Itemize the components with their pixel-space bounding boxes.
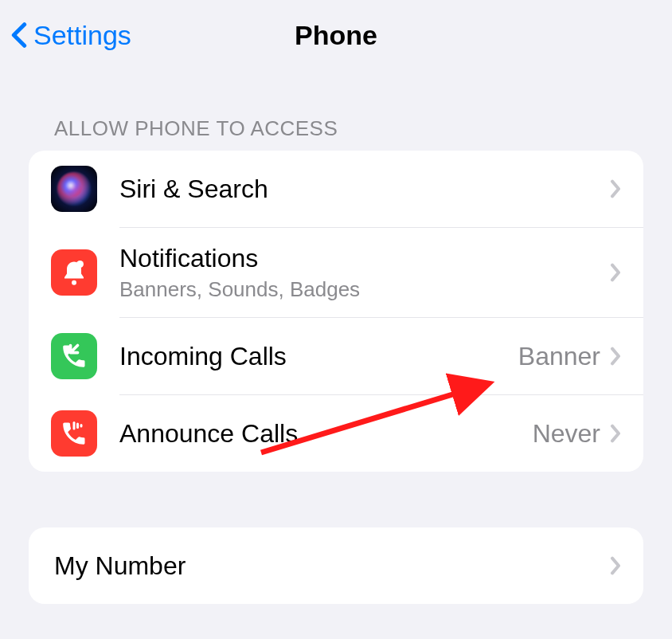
siri-icon [51,166,97,212]
section-header: ALLOW PHONE TO ACCESS [29,116,643,141]
notifications-icon [51,249,97,296]
row-label: Incoming Calls [119,341,518,371]
row-my-number[interactable]: My Number [29,527,643,604]
row-label: My Number [54,551,610,581]
settings-group: Siri & Search Notifications Banners, Sou… [29,151,643,472]
back-button[interactable]: Settings [10,19,131,51]
announce-calls-icon [51,410,97,457]
chevron-right-icon [610,424,621,443]
chevron-right-icon [610,556,621,575]
chevron-right-icon [610,263,621,282]
row-label: Siri & Search [119,174,610,204]
section-my-number: My Number [29,527,643,604]
row-incoming-calls[interactable]: Incoming Calls Banner [29,318,643,394]
back-label: Settings [33,20,131,51]
chevron-right-icon [610,179,621,198]
navigation-bar: Settings Phone [0,0,672,70]
settings-group: My Number [29,527,643,604]
incoming-call-icon [51,333,97,379]
chevron-right-icon [610,347,621,366]
svg-point-0 [72,280,76,285]
row-value: Banner [518,342,600,371]
page-title: Phone [295,20,377,51]
svg-point-1 [76,261,84,268]
row-label: Announce Calls [119,418,533,449]
chevron-left-icon [10,19,29,51]
row-announce-calls[interactable]: Announce Calls Never [29,395,643,472]
section-allow-access: ALLOW PHONE TO ACCESS Siri & Search Noti… [29,116,643,472]
row-notifications[interactable]: Notifications Banners, Sounds, Badges [29,228,643,317]
row-sublabel: Banners, Sounds, Badges [119,277,610,302]
row-siri-search[interactable]: Siri & Search [29,151,643,227]
row-label: Notifications [119,243,610,273]
row-value: Never [533,419,600,449]
